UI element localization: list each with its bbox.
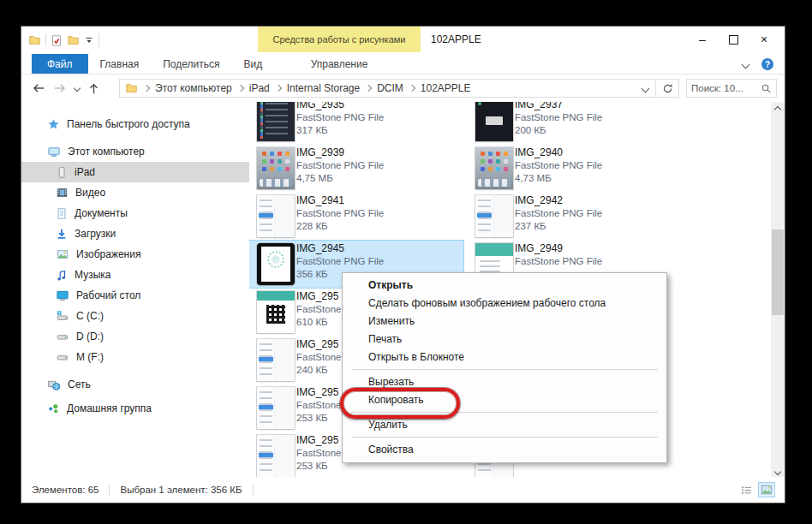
ribbon-collapse-chevron-icon[interactable] (742, 60, 750, 68)
menu-item-изменить[interactable]: Изменить (343, 313, 666, 330)
check-doc-icon[interactable] (51, 34, 63, 47)
sidebar-item-панель-быстрого-доступа[interactable]: Панель быстрого доступа (21, 114, 249, 134)
refresh-button[interactable] (655, 80, 678, 97)
search-icon-slot (761, 82, 772, 93)
address-bar-right (635, 80, 678, 97)
menu-item-удалить[interactable]: Удалить (343, 416, 666, 434)
refresh-icon (662, 83, 673, 94)
file-thumbnail (257, 102, 295, 141)
sidebar-item-label: Музыка (75, 269, 110, 281)
scrollbar-up-icon[interactable] (771, 102, 785, 116)
qat-dropdown-icon[interactable] (84, 35, 94, 45)
back-icon[interactable] (32, 81, 45, 95)
file-name: IMG_2940 (515, 146, 680, 159)
homegroup-icon (47, 402, 60, 415)
file-size: 228 КБ (296, 220, 462, 233)
sidebar-item-рабочий-стол[interactable]: Рабочий стол (21, 285, 249, 306)
sidebar-item-d-d-[interactable]: D (D:) (21, 326, 249, 347)
sidebar-item-label: Сеть (68, 378, 91, 390)
file-item-img_2940[interactable]: IMG_2940FastStone PNG File4,73 МБ (468, 145, 682, 192)
sidebar-item-музыка[interactable]: Музыка (21, 265, 249, 285)
file-type: FastStone PNG File (296, 207, 462, 220)
scrollbar-thumb[interactable] (772, 229, 784, 315)
view-large-button[interactable] (759, 483, 774, 497)
file-thumbnail (257, 435, 295, 477)
tab-поделиться[interactable]: Поделиться (151, 54, 231, 74)
breadcrumb-item[interactable]: 102APPLE (421, 82, 471, 94)
breadcrumb-item[interactable]: Internal Storage (287, 82, 360, 94)
sidebar-item-label: Изображения (76, 248, 140, 260)
address-bar[interactable]: Этот компьютерiPadInternal StorageDCIM10… (119, 79, 679, 98)
sidebar-item-ipad[interactable]: iPad (21, 162, 249, 182)
sidebar-item-m-f-[interactable]: M (F:) (21, 347, 249, 367)
menu-item-открыть-в-блокноте[interactable]: Открыть в Блокноте (343, 348, 666, 366)
file-name: IMG_2939 (296, 146, 462, 159)
file-item-img_2941[interactable]: IMG_2941FastStone PNG File228 КБ (249, 193, 463, 240)
file-name: IMG_2945 (296, 242, 462, 255)
view-switcher (739, 477, 774, 503)
document-icon (56, 207, 68, 220)
sidebar-item-документы[interactable]: Документы (21, 203, 249, 223)
file-item-img_2942[interactable]: IMG_2942FastStone PNG File237 КБ (468, 193, 682, 240)
star-icon (47, 118, 60, 131)
menu-item-свойства[interactable]: Свойства (343, 441, 666, 459)
status-separator (253, 484, 254, 496)
ribbon-right-icons: ? (743, 54, 774, 74)
sidebar-item-видео[interactable]: Видео (21, 182, 249, 203)
breadcrumb-item[interactable]: Этот компьютер (155, 82, 232, 94)
history-chevron-icon[interactable] (74, 85, 81, 92)
file-type: FastStone PNG File (515, 111, 680, 124)
crumb-separator-icon (275, 85, 282, 92)
desktop-icon (56, 289, 69, 302)
minimize-button[interactable]: – (687, 27, 718, 52)
navigation-buttons (32, 74, 100, 102)
menu-item-печать[interactable]: Печать (343, 330, 666, 348)
file-item-img_2937[interactable]: IMG_2937FastStone PNG File200 КБ (468, 102, 682, 144)
menu-item-открыть[interactable]: Открыть (343, 277, 666, 295)
film-icon (56, 187, 69, 199)
maximize-button[interactable] (718, 27, 749, 52)
menu-item-сделать-фоновым-изображением-рабочего-стола[interactable]: Сделать фоновым изображением рабочего ст… (343, 295, 666, 313)
breadcrumb-item[interactable]: DCIM (377, 82, 403, 94)
tab-файл[interactable]: Файл (32, 54, 88, 74)
sidebar-item-домашняя-группа[interactable]: Домашняя группа (21, 398, 249, 419)
sidebar-item-изображения[interactable]: Изображения (21, 244, 249, 265)
address-dropdown-chevron-icon[interactable] (635, 80, 655, 97)
breadcrumb-item[interactable]: iPad (249, 82, 270, 94)
window-title: 102APPLE (431, 27, 481, 52)
download-icon (56, 228, 68, 241)
sidebar-item-сеть[interactable]: Сеть (21, 374, 249, 395)
qat-separator (45, 33, 46, 47)
tab-управление[interactable]: Управление (258, 54, 421, 74)
file-item-img_2939[interactable]: IMG_2939FastStone PNG File4,75 МБ (249, 145, 463, 192)
qat-separator (99, 33, 99, 47)
sidebar-item-c-c-[interactable]: C (C:) (21, 306, 249, 326)
status-item: Выбран 1 элемент: 356 КБ (110, 485, 252, 495)
sidebar-item-label: D (D:) (76, 330, 104, 342)
file-item-img_2935[interactable]: IMG_2935FastStone PNG File317 КБ (249, 102, 463, 144)
sidebar-item-загрузки[interactable]: Загрузки (21, 223, 249, 244)
view-details-button[interactable] (739, 484, 754, 497)
up-icon[interactable] (87, 82, 100, 95)
sidebar-item-label: Видео (75, 187, 105, 199)
crumb-separator-icon (365, 85, 372, 92)
help-icon[interactable]: ? (761, 57, 774, 71)
crumb-separator-icon (236, 85, 243, 92)
file-size: 237 КБ (515, 220, 680, 233)
file-text: IMG_2942FastStone PNG File237 КБ (515, 194, 680, 232)
file-name: IMG_2949 (515, 242, 680, 255)
search-input[interactable]: Поиск: 10... (686, 79, 777, 98)
sidebar-item-label: iPad (75, 166, 95, 178)
file-text: IMG_2949FastStone PNG File (515, 242, 680, 268)
folder-icon[interactable] (28, 34, 41, 46)
vertical-scrollbar[interactable] (771, 102, 785, 479)
forward-icon[interactable] (53, 81, 67, 95)
file-thumbnail (257, 243, 295, 285)
tab-главная[interactable]: Главная (88, 54, 152, 74)
file-thumbnail (257, 147, 295, 189)
contextual-tab-header: Средства работы с рисунками (258, 27, 421, 52)
sidebar-item-этот-компьютер[interactable]: Этот компьютер (21, 141, 249, 162)
close-button[interactable]: × (749, 27, 779, 52)
folder-icon[interactable] (67, 34, 80, 46)
drive-icon (56, 330, 69, 342)
